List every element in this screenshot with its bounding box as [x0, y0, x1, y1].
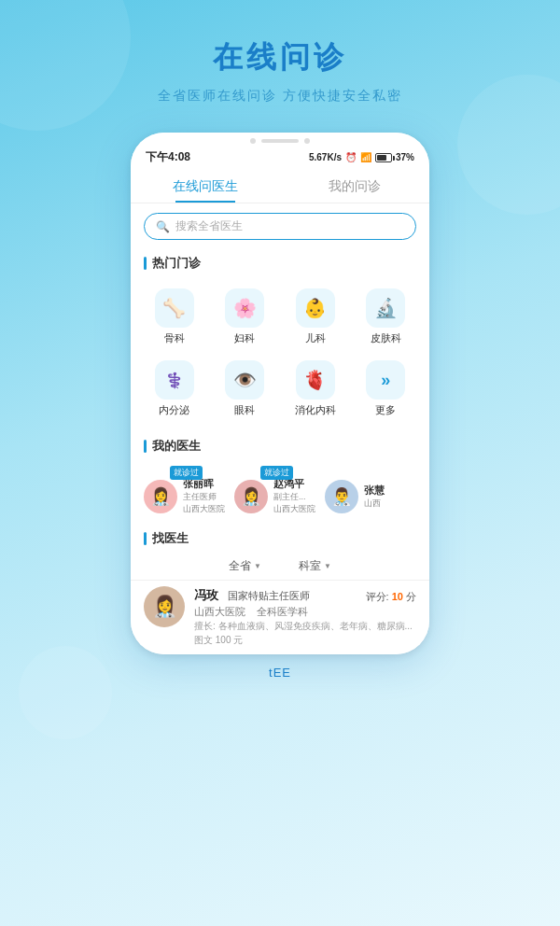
dept-gyn-label: 妇科 — [234, 331, 255, 345]
my-doctor-title: 我的医生 — [152, 438, 201, 455]
search-icon: 🔍 — [156, 220, 170, 233]
doctor-info-0: 张丽晖 主任医师 山西大医院 — [183, 477, 225, 515]
doctor-badge-1: 就诊过 — [260, 466, 293, 480]
dept-more-icon: » — [366, 360, 405, 400]
doctor-info-1: 赵鸿平 副主任... 山西大医院 — [273, 477, 315, 515]
doc-list-hospital-0: 山西大医院 全科医学科 — [194, 605, 416, 619]
dept-eye[interactable]: 👁️ 眼科 — [211, 353, 280, 423]
dept-endo[interactable]: ⚕️ 内分泌 — [140, 353, 209, 423]
battery-icon — [375, 153, 392, 162]
tab-my-consultation[interactable]: 我的问诊 — [280, 169, 429, 203]
dept-bone-label: 骨科 — [164, 331, 185, 345]
find-doctor-header: 找医生 — [131, 523, 429, 553]
province-dropdown-icon: ▼ — [254, 562, 261, 570]
find-doctor-title: 找医生 — [152, 530, 189, 547]
hot-dept-header: 热门门诊 — [131, 247, 429, 277]
filter-dept[interactable]: 科室 ▼ — [299, 558, 331, 574]
my-doctor-header: 我的医生 — [131, 430, 429, 460]
doctor-hospital-2: 山西 — [364, 498, 385, 510]
dept-diges-icon: 🫀 — [296, 360, 335, 400]
notch-line — [261, 139, 299, 143]
phone-mockup: 下午4:08 5.67K/s ⏰ 📶 37% 在线问医生 我的问诊 🔍 搜索全省… — [131, 133, 429, 654]
alarm-icon: ⏰ — [345, 152, 357, 162]
status-right: 5.67K/s ⏰ 📶 37% — [309, 152, 414, 162]
dept-eye-icon: 👁️ — [225, 360, 264, 400]
doc-list-avatar-0: 👩‍⚕️ — [144, 586, 185, 627]
doctor-title-1: 副主任... — [273, 491, 315, 503]
doctor-avatar-1: 👩‍⚕️ — [234, 480, 268, 513]
dept-endo-label: 内分泌 — [159, 403, 189, 417]
doc-list-title-0: 国家特贴主任医师 — [228, 590, 310, 601]
page-header: 在线问诊 全省医师在线问诊 方便快捷安全私密 — [0, 0, 560, 123]
notch-dot-2 — [304, 138, 310, 144]
doc-list-name-0: 冯玫 — [194, 588, 218, 602]
doctor-name-2: 张慧 — [364, 484, 385, 498]
dept-diges[interactable]: 🫀 消化内科 — [281, 353, 350, 423]
search-wrap: 🔍 搜索全省医生 — [131, 203, 429, 247]
doc-list-price-0: 图文 100 元 — [194, 634, 416, 647]
dept-derm-label: 皮肤科 — [371, 331, 401, 345]
battery-percent: 37% — [396, 152, 414, 162]
tab-online-doctor[interactable]: 在线问医生 — [131, 169, 280, 203]
page-subtitle: 全省医师在线问诊 方便快捷安全私密 — [0, 88, 560, 105]
doc-list-score-label: 评分: 10 分 — [366, 591, 416, 602]
section-bar-find — [144, 532, 147, 545]
dept-dropdown-icon: ▼ — [324, 562, 331, 570]
doctor-hospital-1: 山西大医院 — [273, 503, 315, 515]
doctor-badge-0: 就诊过 — [170, 466, 203, 480]
doctor-card-2[interactable]: 👨‍⚕️ 张慧 山西 — [325, 464, 385, 515]
notch-dot-1 — [250, 138, 256, 144]
dept-pedi-label: 儿科 — [305, 331, 326, 345]
search-bar[interactable]: 🔍 搜索全省医生 — [144, 213, 416, 240]
doc-score-wrap: 评分: 10 分 — [366, 587, 416, 604]
dept-derm[interactable]: 🔬 皮肤科 — [352, 281, 421, 351]
filter-province[interactable]: 全省 ▼ — [229, 558, 261, 574]
search-placeholder: 搜索全省医生 — [175, 218, 243, 234]
doctor-hospital-0: 山西大医院 — [183, 503, 225, 515]
dept-pedi-icon: 👶 — [296, 288, 335, 328]
section-bar-mydoc — [144, 440, 147, 453]
find-doctor-list: 👩‍⚕️ 冯玫 国家特贴主任医师 评分: 10 分 山西大医院 全科医学科 — [131, 581, 429, 654]
hot-dept-title: 热门门诊 — [152, 255, 201, 272]
dept-more[interactable]: » 更多 — [352, 353, 421, 423]
status-bar: 下午4:08 5.67K/s ⏰ 📶 37% — [131, 144, 429, 169]
doctor-avatar-2: 👨‍⚕️ — [325, 480, 358, 513]
status-time: 下午4:08 — [146, 149, 190, 165]
doctor-card-1[interactable]: 就诊过 👩‍⚕️ 赵鸿平 副主任... 山西大医院 — [234, 464, 315, 515]
dept-gyn-icon: 🌸 — [225, 288, 264, 328]
bottom-hint: tEE — [0, 654, 560, 680]
doc-list-score-value: 10 — [392, 591, 403, 602]
filter-province-label: 全省 — [229, 558, 251, 574]
doc-list-specialty-0: 擅长: 各种血液病、风湿免疫疾病、老年病、糖尿病... — [194, 620, 416, 633]
dept-derm-icon: 🔬 — [366, 288, 405, 328]
doc-list-info-0: 冯玫 国家特贴主任医师 评分: 10 分 山西大医院 全科医学科 擅长: 各种血… — [194, 586, 416, 647]
section-bar-hot — [144, 257, 147, 270]
wifi-icon: 📶 — [360, 152, 371, 162]
dept-bone[interactable]: 🦴 骨科 — [140, 281, 209, 351]
dept-endo-icon: ⚕️ — [155, 360, 194, 400]
dept-more-label: 更多 — [375, 403, 396, 417]
page-title: 在线问诊 — [0, 37, 560, 78]
dept-pedi[interactable]: 👶 儿科 — [281, 281, 350, 351]
doctor-list: 就诊过 👩‍⚕️ 张丽晖 主任医师 山西大医院 就诊过 👩‍⚕️ 赵鸿平 副主任… — [131, 460, 429, 523]
find-doctor-filter: 全省 ▼ 科室 ▼ — [131, 553, 429, 581]
dept-diges-label: 消化内科 — [295, 403, 336, 417]
network-speed: 5.67K/s — [309, 152, 342, 162]
doc-name-title-wrap: 冯玫 国家特贴主任医师 — [194, 586, 310, 604]
doctor-card-0[interactable]: 就诊过 👩‍⚕️ 张丽晖 主任医师 山西大医院 — [144, 464, 225, 515]
dept-gyn[interactable]: 🌸 妇科 — [211, 281, 280, 351]
dept-eye-label: 眼科 — [234, 403, 255, 417]
filter-dept-label: 科室 — [299, 558, 321, 574]
department-grid: 🦴 骨科 🌸 妇科 👶 儿科 🔬 皮肤科 ⚕️ 内分泌 — [131, 277, 429, 430]
phone-notch — [131, 133, 429, 144]
doctor-title-0: 主任医师 — [183, 491, 225, 503]
nav-tabs: 在线问医生 我的问诊 — [131, 169, 429, 203]
doctor-info-2: 张慧 山西 — [364, 484, 385, 510]
dept-bone-icon: 🦴 — [155, 288, 194, 328]
doctor-avatar-0: 👩‍⚕️ — [144, 480, 177, 513]
doc-list-item-0[interactable]: 👩‍⚕️ 冯玫 国家特贴主任医师 评分: 10 分 山西大医院 全科医学科 — [144, 586, 416, 647]
doc-name-row-0: 冯玫 国家特贴主任医师 评分: 10 分 — [194, 586, 416, 604]
